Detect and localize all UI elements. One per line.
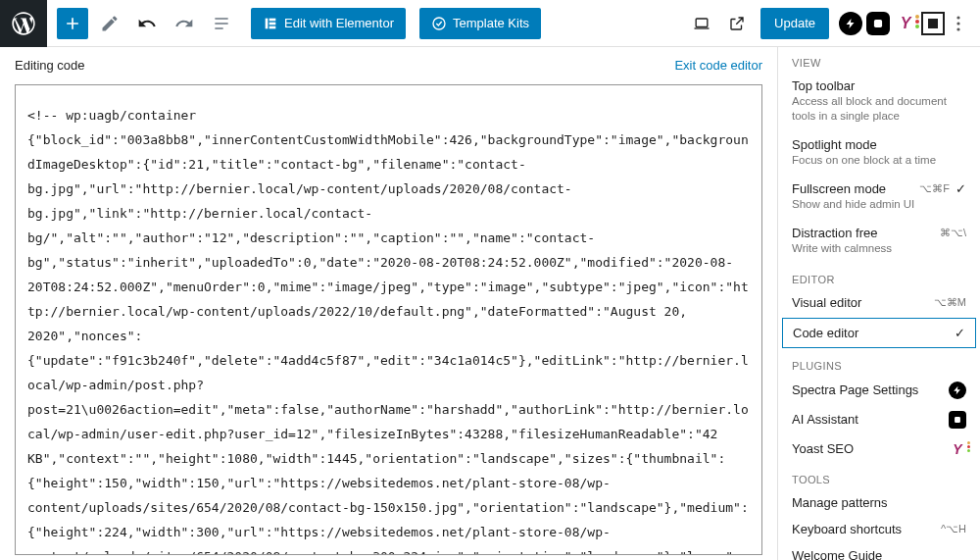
options-panel: View Top toolbar Access all block and do… bbox=[777, 47, 980, 560]
option-fullscreen-desc: Show and hide admin UI bbox=[792, 197, 914, 212]
wordpress-icon bbox=[10, 10, 37, 37]
option-ai-assistant[interactable]: AI Assistant bbox=[778, 405, 980, 434]
option-distraction-label: Distraction free bbox=[792, 226, 877, 240]
option-top-toolbar-label: Top toolbar bbox=[792, 78, 855, 93]
toolbar-left-group: Edit with Elementor Template Kits bbox=[0, 0, 541, 46]
option-top-toolbar-desc: Access all block and document tools in a… bbox=[792, 94, 966, 124]
option-visual-editor-label: Visual editor bbox=[792, 295, 861, 310]
option-spotlight-desc: Focus on one block at a time bbox=[792, 153, 936, 168]
svg-rect-10 bbox=[955, 417, 960, 423]
yoast-toggle[interactable]: Y bbox=[894, 12, 917, 35]
template-kits-label: Template Kits bbox=[453, 16, 529, 30]
option-visual-editor-shortcut: ⌥⌘M bbox=[934, 296, 966, 309]
spectra-icon bbox=[845, 18, 857, 29]
elementor-icon bbox=[263, 16, 278, 31]
svg-rect-0 bbox=[266, 18, 269, 28]
panel-icon bbox=[928, 19, 938, 28]
top-toolbar: Edit with Elementor Template Kits Update… bbox=[0, 0, 980, 47]
option-spotlight-label: Spotlight mode bbox=[792, 137, 877, 152]
editor-subheader: Editing code Exit code editor bbox=[15, 51, 762, 78]
option-keyboard-shortcuts-label: Keyboard shortcuts bbox=[792, 522, 902, 536]
elementor-button[interactable]: Edit with Elementor bbox=[251, 8, 406, 39]
option-welcome-guide[interactable]: Welcome Guide bbox=[778, 542, 980, 560]
section-tools: Tools bbox=[778, 464, 980, 489]
option-welcome-guide-label: Welcome Guide bbox=[792, 548, 882, 560]
toolbar-right-group: Update Y bbox=[684, 0, 980, 46]
yoast-icon: Y bbox=[949, 440, 966, 458]
exit-code-editor-link[interactable]: Exit code editor bbox=[674, 58, 762, 73]
ai-icon bbox=[949, 411, 966, 429]
ai-assistant-toggle[interactable] bbox=[866, 12, 890, 35]
option-visual-editor[interactable]: Visual editor ⌥⌘M bbox=[778, 289, 980, 316]
section-editor: Editor bbox=[778, 264, 980, 289]
svg-point-8 bbox=[956, 22, 959, 25]
option-code-editor-label: Code editor bbox=[793, 326, 858, 340]
settings-sidebar-toggle[interactable] bbox=[921, 12, 945, 35]
spectra-toggle[interactable] bbox=[839, 12, 862, 35]
redo-icon bbox=[174, 14, 194, 33]
section-plugins: Plugins bbox=[778, 350, 980, 376]
option-spectra[interactable]: Spectra Page Settings bbox=[778, 376, 980, 405]
check-icon: ✓ bbox=[956, 181, 966, 196]
preview-device-button[interactable] bbox=[684, 6, 719, 41]
svg-rect-6 bbox=[874, 19, 882, 26]
option-distraction-free[interactable]: Distraction free ⌘⌥\ Write with calmness bbox=[778, 220, 980, 264]
document-overview-button[interactable] bbox=[206, 8, 237, 39]
pencil-icon bbox=[100, 14, 120, 33]
yoast-indicator-icon bbox=[915, 15, 919, 28]
external-link-icon bbox=[728, 15, 746, 32]
option-spectra-label: Spectra Page Settings bbox=[792, 382, 918, 397]
check-icon: ✓ bbox=[955, 326, 965, 340]
option-manage-patterns-label: Manage patterns bbox=[792, 495, 888, 510]
template-kits-button[interactable]: Template Kits bbox=[419, 8, 541, 39]
option-keyboard-shortcuts[interactable]: Keyboard shortcuts ^⌥H bbox=[778, 516, 980, 542]
option-fullscreen-shortcut: ⌥⌘F bbox=[919, 182, 950, 195]
svg-rect-1 bbox=[270, 18, 276, 21]
template-icon bbox=[431, 16, 447, 31]
options-menu-button[interactable] bbox=[945, 16, 972, 31]
option-keyboard-shortcuts-shortcut: ^⌥H bbox=[941, 523, 966, 535]
svg-rect-2 bbox=[270, 22, 276, 25]
list-icon bbox=[212, 14, 231, 33]
option-yoast[interactable]: Yoast SEO Y bbox=[778, 434, 980, 464]
option-manage-patterns[interactable]: Manage patterns bbox=[778, 489, 980, 516]
undo-icon bbox=[137, 14, 157, 33]
option-ai-assistant-label: AI Assistant bbox=[792, 412, 858, 427]
option-code-editor[interactable]: Code editor ✓ bbox=[782, 318, 976, 348]
wordpress-logo[interactable] bbox=[0, 0, 47, 47]
laptop-icon bbox=[692, 14, 711, 33]
svg-rect-3 bbox=[270, 25, 276, 28]
code-editor-textarea[interactable]: <!-- wp:uagb/container {"block_id":"003a… bbox=[15, 84, 762, 555]
undo-button[interactable] bbox=[131, 8, 163, 39]
update-label: Update bbox=[774, 16, 815, 30]
option-distraction-desc: Write with calmness bbox=[792, 241, 892, 256]
update-button[interactable]: Update bbox=[760, 8, 829, 39]
option-distraction-shortcut: ⌘⌥\ bbox=[940, 227, 966, 239]
elementor-label: Edit with Elementor bbox=[284, 16, 394, 30]
edit-mode-icon[interactable] bbox=[94, 8, 125, 39]
view-page-button[interactable] bbox=[719, 6, 755, 41]
add-block-button[interactable] bbox=[57, 8, 88, 39]
option-spotlight[interactable]: Spotlight mode Focus on one block at a t… bbox=[778, 131, 980, 176]
option-fullscreen-label: Fullscreen mode bbox=[792, 181, 886, 196]
option-yoast-label: Yoast SEO bbox=[792, 441, 854, 456]
editor-area: Editing code Exit code editor <!-- wp:ua… bbox=[0, 47, 777, 560]
ai-icon bbox=[871, 17, 885, 30]
option-top-toolbar[interactable]: Top toolbar Access all block and documen… bbox=[778, 73, 980, 131]
section-view: View bbox=[778, 47, 980, 73]
svg-rect-5 bbox=[696, 19, 708, 26]
option-fullscreen[interactable]: Fullscreen mode ⌥⌘F ✓ Show and hide admi… bbox=[778, 176, 980, 220]
svg-point-7 bbox=[956, 16, 959, 19]
redo-button[interactable] bbox=[169, 8, 200, 39]
svg-point-4 bbox=[433, 18, 445, 29]
yoast-icon: Y bbox=[901, 15, 911, 32]
svg-point-9 bbox=[956, 27, 959, 30]
spectra-icon bbox=[949, 382, 966, 399]
plus-icon bbox=[63, 14, 82, 33]
kebab-icon bbox=[956, 16, 960, 31]
editing-status: Editing code bbox=[15, 58, 85, 73]
